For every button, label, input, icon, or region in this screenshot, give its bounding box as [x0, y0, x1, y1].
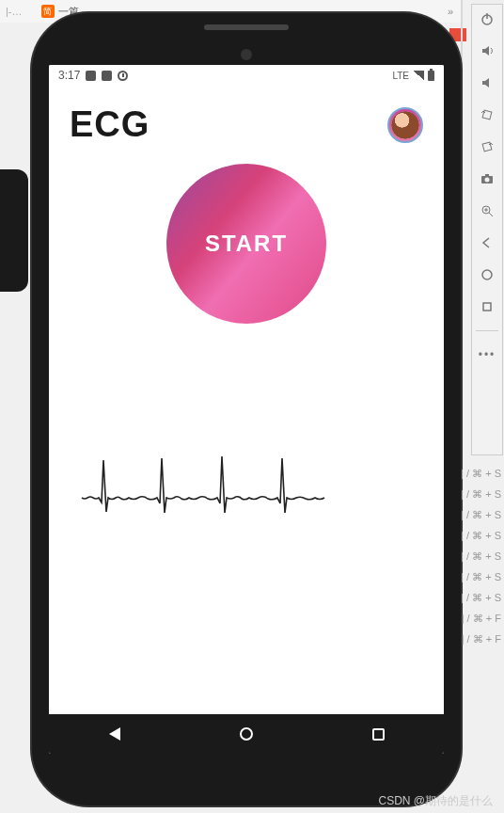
shortcut-row: | / ⌘ + S: [461, 546, 501, 566]
tab-favicon: 简: [41, 5, 55, 18]
partial-window: [0, 169, 28, 292]
device-screen: 3:17 LTE ECG START: [49, 65, 444, 754]
page-title: ECG: [70, 104, 150, 145]
avatar[interactable]: [387, 107, 423, 143]
shortcut-row: | / ⌘ + F: [461, 608, 501, 629]
shortcut-row: | / ⌘ + S: [461, 484, 501, 504]
network-label: LTE: [392, 71, 409, 81]
more-icon[interactable]: •••: [479, 346, 496, 363]
camera-dot: [241, 49, 252, 60]
svg-rect-6: [485, 174, 489, 176]
notification-icon: [118, 71, 128, 81]
volume-down-icon[interactable]: [479, 74, 496, 91]
signal-icon: [413, 71, 424, 80]
battery-icon: [428, 71, 434, 81]
back-icon[interactable]: [479, 234, 496, 251]
home-button[interactable]: [240, 727, 253, 741]
svg-rect-12: [483, 303, 491, 311]
watermark: CSDN @期待的是什么: [378, 793, 493, 809]
zoom-in-icon[interactable]: [479, 202, 496, 219]
shortcut-row: | / ⌘ + S: [461, 463, 501, 484]
overview-icon[interactable]: [479, 298, 496, 315]
earpiece: [204, 24, 289, 30]
shortcut-row: | / ⌘ + S: [461, 525, 501, 546]
home-icon[interactable]: [479, 266, 496, 283]
rotate-left-icon[interactable]: [479, 106, 496, 123]
android-nav-bar: [49, 714, 444, 754]
shortcut-row: | / ⌘ + S: [461, 566, 501, 587]
svg-point-11: [482, 270, 492, 279]
svg-point-5: [485, 178, 490, 183]
status-time: 3:17: [58, 69, 80, 82]
shortcut-hints: | / ⌘ + S | / ⌘ + S | / ⌘ + S | / ⌘ + S …: [461, 463, 501, 649]
start-button[interactable]: START: [166, 164, 326, 324]
power-icon[interactable]: [479, 10, 496, 27]
emulator-toolbar: •••: [471, 4, 503, 455]
app-header: ECG: [49, 86, 444, 154]
shortcut-row: | / ⌘ + F: [461, 629, 501, 649]
camera-icon[interactable]: [479, 170, 496, 187]
back-button[interactable]: [109, 727, 120, 741]
device-frame: 3:17 LTE ECG START: [32, 13, 461, 805]
overview-button[interactable]: [372, 728, 385, 741]
ecg-waveform: [49, 446, 444, 531]
tabs-overflow[interactable]: »: [448, 6, 453, 17]
shortcut-row: | / ⌘ + S: [461, 504, 501, 525]
volume-up-icon[interactable]: [479, 42, 496, 59]
status-bar: 3:17 LTE: [49, 65, 444, 86]
shortcut-row: | / ⌘ + S: [461, 587, 501, 608]
notification-icon: [102, 71, 112, 81]
svg-line-8: [489, 213, 493, 216]
start-label: START: [205, 231, 288, 257]
rotate-right-icon[interactable]: [479, 138, 496, 155]
notification-icon: [86, 71, 96, 81]
